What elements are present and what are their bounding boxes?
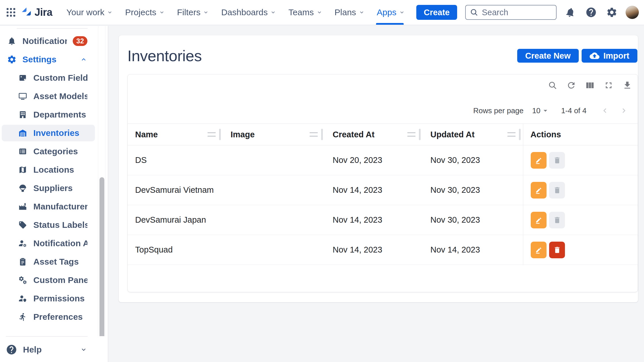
cell-image: [223, 235, 325, 265]
sidebar-footer: Help: [0, 336, 108, 362]
user-shield-icon: [18, 294, 28, 303]
notifications-bell-icon[interactable]: [564, 5, 577, 19]
sidebar-item-label: Help: [23, 345, 74, 355]
sidebar-item-locations[interactable]: Locations: [2, 161, 95, 178]
parachute-box-icon: [18, 183, 28, 193]
cell-actions: [523, 145, 638, 175]
table-row[interactable]: DevSamurai Vietnam Nov 14, 2023 Nov 30, …: [128, 175, 638, 205]
download-icon[interactable]: [622, 80, 632, 90]
sidebar-item-departments[interactable]: Departments: [2, 106, 95, 123]
delete-button[interactable]: [549, 152, 565, 169]
edit-button[interactable]: [531, 242, 547, 258]
sidebar-item-notifications[interactable]: Notifications 32: [2, 33, 95, 49]
card-icon: [18, 73, 28, 83]
column-header-updated-at[interactable]: Updated At: [423, 124, 523, 145]
tag-icon: [18, 220, 28, 230]
nav-plans[interactable]: Plans: [329, 0, 371, 25]
delete-button[interactable]: [549, 212, 565, 228]
table-row[interactable]: DS Nov 20, 2023 Nov 30, 2023: [128, 145, 638, 175]
column-drag-handle-icon[interactable]: [507, 132, 515, 137]
column-drag-handle-icon[interactable]: [407, 132, 415, 137]
chevron-down-icon: [399, 9, 405, 16]
chevron-down-icon: [159, 9, 165, 16]
sidebar-item-suppliers[interactable]: Suppliers: [2, 180, 95, 197]
rows-per-page-label: Rows per page: [473, 106, 524, 115]
column-header-created-at[interactable]: Created At: [325, 124, 423, 145]
next-page-button[interactable]: [619, 105, 629, 116]
rows-per-page-select[interactable]: 10: [532, 106, 550, 115]
column-separator: [321, 129, 323, 140]
columns-icon[interactable]: [585, 80, 595, 90]
edit-button[interactable]: [531, 152, 547, 169]
sidebar-item-asset-models[interactable]: Asset Models: [2, 88, 95, 105]
nav-apps[interactable]: Apps: [371, 0, 411, 25]
help-icon[interactable]: [584, 5, 598, 19]
sidebar-item-inventories[interactable]: Inventories: [2, 125, 95, 141]
delete-button[interactable]: [549, 182, 565, 199]
map-icon: [18, 165, 28, 175]
inventories-card: Inventories Create New Import: [119, 35, 638, 302]
nav-filters[interactable]: Filters: [171, 0, 215, 25]
sidebar-item-status-labels[interactable]: Status Labels: [2, 217, 95, 233]
sidebar-item-custom-fields[interactable]: Custom Fields: [2, 70, 95, 86]
nav-left: Jira Your work Projects Filters Dashboar…: [4, 0, 457, 25]
previous-page-button[interactable]: [600, 105, 610, 116]
sidebar-item-asset-tags[interactable]: Asset Tags: [2, 253, 95, 270]
nav-teams[interactable]: Teams: [282, 0, 328, 25]
jira-logo[interactable]: Jira: [20, 6, 52, 18]
column-header-label: Name: [135, 130, 158, 139]
sidebar-item-label: Custom Fields: [33, 73, 87, 83]
sidebar-item-settings[interactable]: Settings: [2, 51, 95, 68]
nav-plans-label: Plans: [335, 7, 356, 17]
search-input[interactable]: [482, 8, 552, 17]
create-button[interactable]: Create: [416, 5, 457, 20]
sidebar-item-custom-panel[interactable]: Custom Panel: [2, 272, 95, 288]
column-drag-handle-icon[interactable]: [208, 132, 216, 137]
cell-updated-at: Nov 30, 2023: [423, 145, 523, 175]
column-header-name[interactable]: Name: [128, 124, 223, 145]
warehouse-icon: [18, 128, 28, 138]
rows-per-page-value: 10: [532, 106, 540, 115]
cell-updated-at: Nov 14, 2023: [423, 235, 523, 265]
column-drag-handle-icon[interactable]: [310, 132, 318, 137]
edit-button[interactable]: [531, 212, 547, 228]
monitor-icon: [18, 91, 28, 101]
nav-your-work-label: Your work: [66, 7, 104, 17]
table-search-icon[interactable]: [547, 80, 558, 90]
nav-your-work[interactable]: Your work: [60, 0, 119, 25]
sidebar-item-preferences[interactable]: Preferences: [2, 309, 95, 325]
sidebar-item-categories[interactable]: Categories: [2, 143, 95, 160]
import-button[interactable]: Import: [582, 49, 637, 63]
sidebar-scrollbar-thumb[interactable]: [99, 177, 104, 353]
trash-icon: [553, 216, 561, 224]
edit-button[interactable]: [531, 182, 547, 199]
create-new-button[interactable]: Create New: [517, 49, 579, 63]
app-switcher-button[interactable]: [4, 5, 18, 19]
sidebar-item-manufacturers[interactable]: Manufacturers: [2, 198, 95, 215]
column-header-label: Created At: [333, 130, 375, 139]
sidebar-item-permissions[interactable]: Permissions: [2, 290, 95, 307]
inventories-table: Rows per page 10 1-4 of 4 Name: [127, 74, 638, 292]
fullscreen-icon[interactable]: [603, 80, 614, 90]
delete-button[interactable]: [549, 242, 565, 258]
sidebar-item-label: Suppliers: [33, 183, 87, 193]
search-box[interactable]: [465, 5, 557, 20]
sidebar-divider: [6, 336, 88, 337]
nav-dashboards[interactable]: Dashboards: [215, 0, 282, 25]
chevron-down-icon: [359, 9, 365, 16]
runner-icon: [18, 312, 28, 322]
table-row[interactable]: TopSquad Nov 14, 2023 Nov 14, 2023: [128, 235, 638, 265]
nav-projects[interactable]: Projects: [119, 0, 171, 25]
chevron-down-icon: [203, 9, 209, 16]
chevron-down-icon: [316, 9, 323, 16]
avatar[interactable]: [626, 6, 639, 19]
sidebar-item-notification-admin[interactable]: Notification Adm...: [2, 235, 95, 252]
settings-gear-icon[interactable]: [605, 5, 619, 19]
column-header-image[interactable]: Image: [223, 124, 325, 145]
table-row[interactable]: DevSamurai Japan Nov 14, 2023 Nov 30, 20…: [128, 205, 638, 235]
refresh-icon[interactable]: [566, 80, 576, 90]
cell-actions: [523, 205, 638, 235]
pencil-icon: [534, 186, 543, 195]
sidebar-item-help[interactable]: Help: [2, 341, 95, 358]
import-label: Import: [603, 51, 629, 61]
